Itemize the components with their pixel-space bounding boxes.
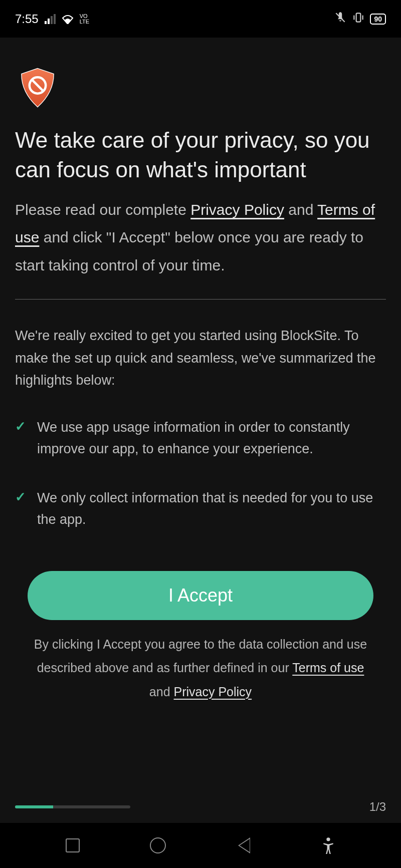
svg-point-6 xyxy=(326,837,330,841)
progress-fill xyxy=(15,805,53,808)
bullet-item: ✓ We use app usage information in order … xyxy=(15,417,386,460)
recent-apps-button[interactable] xyxy=(63,835,83,855)
accessibility-icon[interactable] xyxy=(318,835,338,855)
check-icon: ✓ xyxy=(15,489,26,505)
signal-icon xyxy=(45,14,56,24)
bullet-item: ✓ We only collect information that is ne… xyxy=(15,487,386,530)
mute-icon xyxy=(334,11,347,27)
page-title: We take care of your privacy, so you can… xyxy=(15,125,386,185)
bullet-text: We use app usage information in order to… xyxy=(37,417,386,460)
vibrate-icon xyxy=(352,11,365,27)
clock: 7:55 xyxy=(15,12,39,26)
status-bar: 7:55 VO LTE 90 xyxy=(0,0,401,38)
progress-bar xyxy=(15,805,130,808)
terms-of-use-link-footer[interactable]: Terms of use xyxy=(292,661,364,675)
summary-text: We're really excited to get you started … xyxy=(15,325,386,392)
divider xyxy=(15,299,386,300)
intro-paragraph: Please read our complete Privacy Policy … xyxy=(15,196,386,279)
check-icon: ✓ xyxy=(15,419,26,434)
svg-rect-1 xyxy=(356,13,361,22)
shield-block-icon xyxy=(15,65,60,110)
disclaimer-text: By clicking I Accept you agree to the da… xyxy=(15,633,386,704)
navigation-bar xyxy=(0,823,401,868)
back-button[interactable] xyxy=(233,835,253,855)
status-left: 7:55 VO LTE xyxy=(15,12,89,26)
privacy-policy-link-footer[interactable]: Privacy Policy xyxy=(174,685,252,699)
bullet-text: We only collect information that is need… xyxy=(37,487,386,530)
privacy-policy-link[interactable]: Privacy Policy xyxy=(190,201,284,218)
home-button[interactable] xyxy=(148,835,168,855)
status-right: 90 xyxy=(334,11,386,27)
progress-row: 1/3 xyxy=(0,800,401,814)
volte-icon: VO LTE xyxy=(80,14,89,25)
page-counter: 1/3 xyxy=(369,800,386,814)
accept-button[interactable]: I Accept xyxy=(28,571,373,620)
wifi-icon xyxy=(62,14,74,24)
onboarding-screen: We take care of your privacy, so you can… xyxy=(0,38,401,829)
battery-icon: 90 xyxy=(370,14,386,25)
accept-section: I Accept By clicking I Accept you agree … xyxy=(15,571,386,704)
